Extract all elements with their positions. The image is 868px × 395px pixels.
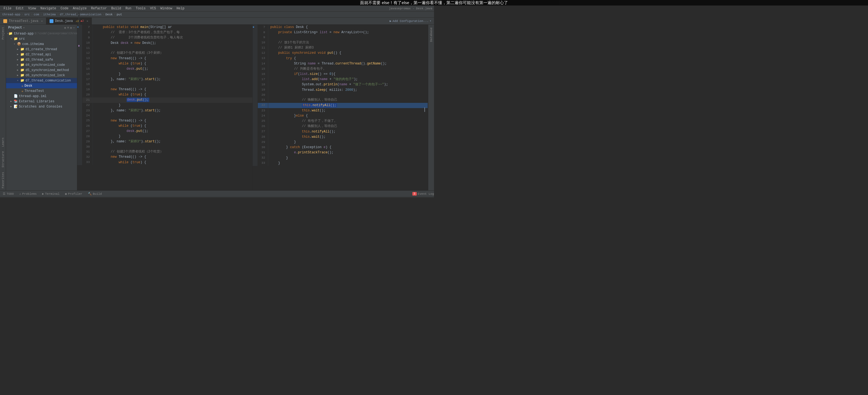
bottom-tab-todo[interactable]: ☰ TODO bbox=[0, 191, 17, 197]
tree-minimize-btn[interactable]: — bbox=[73, 26, 75, 30]
menu-file[interactable]: File bbox=[2, 6, 13, 11]
line-row: 10 // 放1个包子的方法 bbox=[253, 40, 428, 45]
line-row: 25 // 有包子了，不做了。 bbox=[253, 118, 428, 124]
line-row: 22 } bbox=[77, 103, 252, 108]
line-row: 9 bbox=[253, 35, 428, 40]
code-area-threadtest[interactable]: ▶ 7 public static void main(String[] ar … bbox=[77, 25, 252, 190]
tree-item-d1[interactable]: ▶ 📁 d1_create_thread bbox=[6, 47, 77, 52]
menu-code[interactable]: Code bbox=[59, 6, 70, 11]
todo-icon: ☰ bbox=[3, 192, 5, 196]
status-bar: ✓ Build completed successfully in 2 sec,… bbox=[0, 197, 434, 198]
menu-run[interactable]: Run bbox=[124, 6, 133, 11]
tree-item-threadtest[interactable]: ☕ ThreadTest bbox=[6, 88, 77, 93]
editor-threadtest: ▶ 7 public static void main(String[] ar … bbox=[77, 25, 253, 190]
tree-item-external-libs[interactable]: ▶ 📚 External Libraries bbox=[6, 99, 77, 104]
line-row: 19 Thread.sleep( millis: 2000); bbox=[253, 87, 428, 93]
line-row: 33 while (true) { bbox=[77, 160, 252, 165]
menu-vcs[interactable]: VCS bbox=[148, 6, 158, 11]
breadcrumb-d7[interactable]: d7_thread_communication bbox=[60, 13, 101, 16]
menu-tools[interactable]: Tools bbox=[134, 6, 148, 11]
menu-help[interactable]: Help bbox=[175, 6, 186, 11]
line-row: 28 this.wait(); bbox=[253, 134, 428, 140]
java-icon-desk: ☕ bbox=[21, 84, 23, 88]
line-row: 14 while (true) { bbox=[77, 61, 252, 66]
line-row: 8 private List<String> list = new ArrayL… bbox=[253, 30, 428, 35]
line-row: 12 // 创建3个生产者线程（3个厨师） bbox=[77, 51, 252, 56]
main-layout: Project Learn Structure Favorites Projec… bbox=[0, 25, 434, 190]
line-row: 18 System.out.println(name + "做了一个肉包子~~"… bbox=[253, 82, 428, 87]
desk-java-icon bbox=[50, 19, 54, 23]
tabs-bar: ThreadTest.java ✕ Desk.java ⚠1 ▲2 ✕ ▶ Ad… bbox=[0, 18, 434, 25]
line-row: 13 new Thread(() -> { bbox=[77, 56, 252, 61]
menu-navigate[interactable]: Navigate bbox=[38, 6, 58, 11]
breadcrumb-desk[interactable]: Desk bbox=[105, 13, 113, 16]
line-row: 20 while (true) { bbox=[77, 92, 252, 97]
event-log-button[interactable]: 3 Event Log bbox=[412, 191, 434, 197]
tree-item-d7[interactable]: ▾ 📁 d7_thread_communication bbox=[6, 78, 77, 83]
breadcrumb-thread-app[interactable]: thread-app bbox=[2, 13, 20, 16]
line-row: 18 bbox=[77, 82, 252, 87]
tab-threadtest[interactable]: ThreadTest.java ✕ bbox=[0, 18, 46, 24]
line-row: 27 this.notifyAll(); bbox=[253, 129, 428, 134]
vert-tab-favorites[interactable]: Favorites bbox=[0, 170, 6, 190]
line-row: 8 // 需求：3个生产者线程，负责生产包子，每 bbox=[77, 30, 252, 35]
tree-item-scratches[interactable]: ▶ 📝 Scratches and Consoles bbox=[6, 104, 77, 109]
ext-libs-icon: 📚 bbox=[14, 99, 18, 104]
line-row: 30 bbox=[77, 145, 252, 149]
line-row: 31 // 创建2个消费者线程（2个吃货） bbox=[77, 149, 252, 154]
folder-icon-d6: 📁 bbox=[20, 73, 24, 77]
tree-collapse-btn[interactable]: ≡ bbox=[67, 26, 69, 30]
right-tab-database[interactable]: Database bbox=[429, 25, 434, 45]
tree-item-src[interactable]: ▾ 📁 src bbox=[6, 36, 77, 41]
code-area-desk[interactable]: ▶ 7 public class Desk { 8 private List<S… bbox=[253, 25, 428, 190]
folder-icon-d3: 📁 bbox=[20, 58, 24, 62]
menu-view[interactable]: View bbox=[26, 6, 38, 11]
folder-icon-com: 📦 bbox=[17, 42, 21, 46]
tree-item-d4[interactable]: ▶ 📁 d4_synchronized_code bbox=[6, 62, 77, 67]
vert-tab-project[interactable]: Project bbox=[0, 25, 6, 42]
tree-settings-btn[interactable]: ⚙ bbox=[70, 26, 72, 30]
tree-item-iml[interactable]: 📄 thread-app.iml bbox=[6, 93, 77, 99]
tab-desk-close[interactable]: ✕ bbox=[87, 20, 88, 23]
add-configuration-button[interactable]: ▶ Add Configuration... ▾ bbox=[387, 18, 434, 24]
iml-icon: 📄 bbox=[14, 94, 18, 98]
vert-tab-learn[interactable]: Learn bbox=[0, 136, 6, 149]
menu-build[interactable]: Build bbox=[109, 6, 123, 11]
tree-header: Project ▾ ⊕ ≡ ⚙ — bbox=[6, 25, 77, 31]
menu-edit[interactable]: Edit bbox=[14, 6, 26, 11]
line-row: 23 this.wait(); bbox=[253, 108, 428, 113]
folder-icon-d2: 📁 bbox=[20, 52, 24, 57]
error-indicator: ▲2 bbox=[81, 20, 84, 23]
folder-icon-d5: 📁 bbox=[20, 68, 24, 72]
tree-locate-btn[interactable]: ⊕ bbox=[64, 26, 66, 30]
bottom-tab-profiler[interactable]: ◉ Profiler bbox=[62, 191, 85, 197]
line-row: 32 new Thread(() -> { bbox=[77, 154, 252, 160]
folder-icon-thread-app: 📁 bbox=[8, 32, 12, 36]
menu-refactor[interactable]: Refactor bbox=[89, 6, 109, 11]
tree-item-desk[interactable]: ☕ Desk bbox=[6, 83, 77, 88]
tree-item-d2[interactable]: ▶ 📁 d2_thread_api bbox=[6, 52, 77, 57]
tree-item-com-itheima[interactable]: ▾ 📦 com.itheima bbox=[6, 41, 77, 47]
project-label: Project bbox=[8, 26, 22, 30]
tree-item-d6[interactable]: ▶ 📁 d6_synchronized_lock bbox=[6, 73, 77, 78]
menu-window[interactable]: Window bbox=[158, 6, 174, 11]
editor-desk: ▶ 7 public class Desk { 8 private List<S… bbox=[253, 25, 428, 190]
line-row: 30 } catch (Exception e) { bbox=[253, 145, 428, 150]
java-icon bbox=[3, 19, 7, 23]
breadcrumb-put[interactable]: put bbox=[117, 13, 122, 16]
vert-tab-structure[interactable]: Structure bbox=[0, 149, 6, 170]
tree-item-d5[interactable]: ▶ 📁 d5_synchronized_method bbox=[6, 67, 77, 73]
line-row: 21 // 唤醒别人，等待自己 bbox=[253, 97, 428, 103]
bottom-tab-terminal[interactable]: ▶ Terminal bbox=[39, 191, 62, 197]
breadcrumb-src[interactable]: src bbox=[24, 13, 30, 16]
tab-desk[interactable]: Desk.java ⚠1 ▲2 ✕ bbox=[46, 18, 92, 24]
bottom-tab-problems[interactable]: ⚠ Problems bbox=[17, 191, 39, 197]
bottom-tab-build[interactable]: 🔨 Build bbox=[85, 191, 105, 197]
breadcrumb-itheima[interactable]: itheima bbox=[43, 13, 56, 16]
tree-item-thread-app[interactable]: ▾ 📁 thread-app D:\code\javasepromax\thre… bbox=[6, 31, 77, 36]
breadcrumb-com[interactable]: com bbox=[34, 13, 39, 16]
tree-item-d3[interactable]: ▶ 📁 d3_thread_safe bbox=[6, 57, 77, 62]
tab-threadtest-close[interactable]: ✕ bbox=[41, 20, 43, 23]
line-row: 33 } bbox=[253, 161, 428, 166]
menu-analyze[interactable]: Analyze bbox=[71, 6, 89, 11]
